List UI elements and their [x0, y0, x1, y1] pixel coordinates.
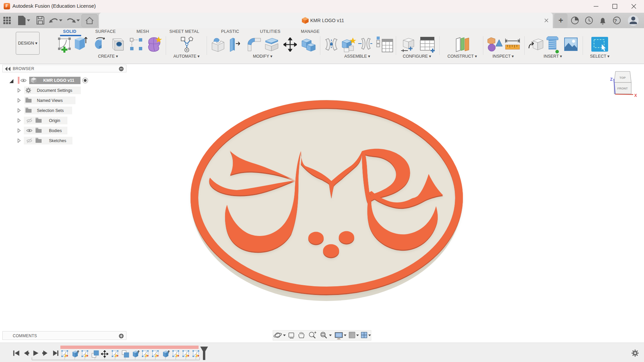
- svg-text:?: ?: [614, 18, 617, 23]
- svg-text:TOP: TOP: [620, 76, 626, 79]
- svg-text:X: X: [634, 93, 637, 98]
- svg-text:Z: Z: [610, 77, 612, 82]
- svg-text:FRONT: FRONT: [618, 87, 628, 90]
